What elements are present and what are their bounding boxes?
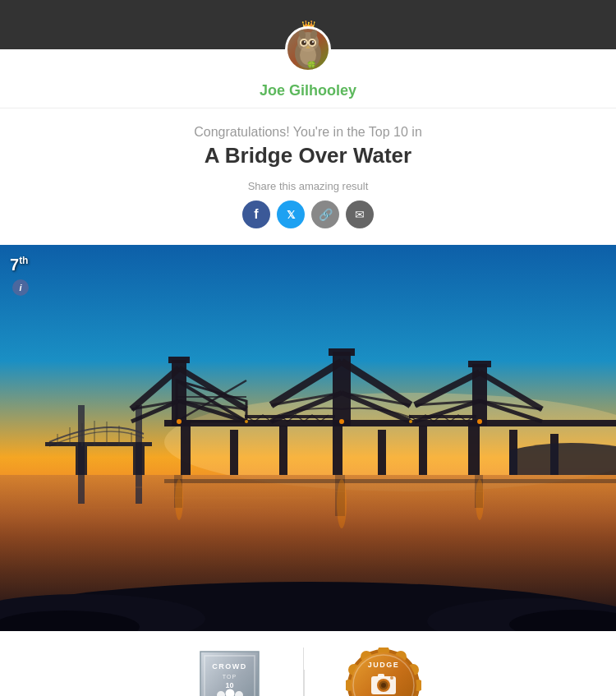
- judge-badge-item: JUDGE COMMENDED Commended: [305, 648, 461, 696]
- avatar-image: 🍀: [287, 29, 329, 70]
- share-label: Share this amazing result: [16, 180, 600, 192]
- svg-rect-18: [45, 442, 152, 446]
- crowd-shield-badge: CROWD TOP 10: [196, 648, 262, 696]
- svg-point-8: [310, 40, 315, 45]
- svg-point-97: [390, 676, 393, 680]
- svg-point-60: [476, 479, 484, 520]
- info-icon[interactable]: i: [12, 279, 29, 296]
- email-icon: ✉: [355, 208, 365, 221]
- svg-point-95: [381, 683, 386, 688]
- svg-point-6: [304, 41, 306, 43]
- shield-svg: CROWD TOP 10: [199, 648, 260, 696]
- congrats-section: Congratulations! You're in the Top 10 in…: [0, 108, 616, 245]
- social-buttons: f 𝕏 🔗 ✉: [16, 201, 600, 228]
- svg-rect-46: [468, 361, 491, 367]
- svg-text:🍀: 🍀: [306, 60, 317, 70]
- svg-rect-26: [76, 446, 87, 475]
- rosette-svg: JUDGE COMMENDED: [346, 648, 421, 696]
- svg-point-49: [177, 419, 182, 424]
- svg-text:CROWD: CROWD: [212, 662, 247, 671]
- copy-link-button[interactable]: 🔗: [311, 201, 339, 228]
- svg-rect-30: [279, 426, 287, 475]
- link-icon: 🔗: [319, 208, 333, 221]
- svg-rect-42: [168, 357, 190, 363]
- svg-rect-96: [378, 674, 384, 677]
- facebook-icon: f: [254, 207, 258, 222]
- facebook-share-button[interactable]: f: [242, 201, 270, 228]
- avatar-container: 👑: [285, 26, 331, 72]
- svg-point-53: [409, 420, 412, 423]
- crowd-badge-item: CROWD TOP 10 Crowd 7th: [155, 648, 304, 696]
- svg-point-58: [175, 479, 183, 520]
- photo-background: [0, 245, 616, 631]
- judge-rosette-badge: JUDGE COMMENDED: [346, 648, 420, 696]
- svg-rect-32: [378, 430, 386, 475]
- svg-rect-31: [333, 422, 342, 475]
- svg-point-9: [312, 41, 314, 43]
- svg-point-50: [339, 419, 344, 424]
- header-bar: 👑: [0, 0, 616, 49]
- svg-rect-47: [245, 415, 335, 418]
- svg-rect-29: [230, 430, 238, 475]
- rank-suffix: th: [19, 255, 28, 266]
- svg-point-51: [477, 419, 482, 424]
- svg-rect-34: [468, 422, 480, 475]
- svg-point-52: [245, 420, 248, 423]
- rank-badge: 7th: [10, 255, 28, 274]
- congrats-text: Congratulations! You're in the Top 10 in: [16, 125, 600, 140]
- svg-rect-54: [164, 479, 616, 483]
- challenge-name: A Bridge Over Water: [16, 143, 600, 168]
- rank-number: 7: [10, 256, 19, 274]
- svg-rect-44: [329, 348, 355, 356]
- svg-rect-33: [419, 426, 427, 475]
- svg-text:TOP: TOP: [222, 674, 236, 680]
- twitter-icon: 𝕏: [287, 209, 295, 221]
- user-name: Joe Gilhooley: [260, 82, 356, 99]
- svg-point-59: [337, 479, 347, 528]
- svg-point-5: [301, 40, 306, 45]
- avatar: 🍀: [285, 26, 331, 72]
- svg-text:10: 10: [225, 681, 233, 689]
- svg-rect-27: [133, 446, 145, 475]
- svg-rect-28: [181, 422, 191, 475]
- photo-section: 7th i: [0, 245, 616, 631]
- badges-section: CROWD TOP 10 Crowd 7th: [0, 631, 616, 696]
- twitter-share-button[interactable]: 𝕏: [277, 201, 305, 228]
- svg-text:JUDGE: JUDGE: [368, 661, 400, 669]
- email-share-button[interactable]: ✉: [346, 201, 374, 228]
- bridge-svg: [0, 245, 616, 631]
